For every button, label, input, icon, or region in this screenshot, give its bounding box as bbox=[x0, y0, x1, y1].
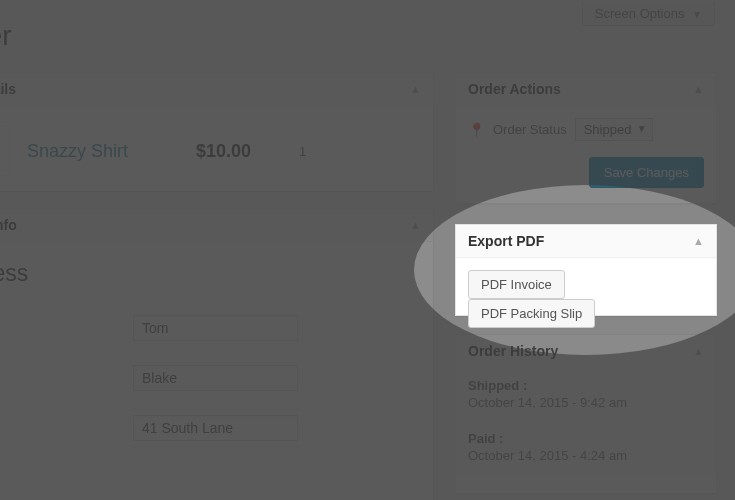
last-name-field[interactable] bbox=[133, 365, 298, 391]
order-details-title: er Details bbox=[0, 81, 16, 97]
collapse-icon: ▲ bbox=[410, 219, 421, 231]
order-actions-header[interactable]: Order Actions ▲ bbox=[456, 73, 716, 106]
customer-info-panel: omer Info ▲ ling Address t Name Name res… bbox=[0, 208, 434, 500]
collapse-icon: ▲ bbox=[693, 235, 704, 247]
screen-options-label: Screen Options bbox=[595, 6, 685, 21]
page-title: Order bbox=[0, 20, 12, 52]
pin-icon: 📍 bbox=[468, 122, 485, 138]
billing-address-heading: ling Address bbox=[0, 260, 421, 287]
pdf-invoice-button[interactable]: PDF Invoice bbox=[468, 270, 565, 299]
export-pdf-title: Export PDF bbox=[468, 233, 544, 249]
order-actions-title: Order Actions bbox=[468, 81, 561, 97]
order-status-select[interactable]: Shipped bbox=[575, 118, 653, 141]
product-thumbnail bbox=[0, 126, 9, 176]
address1-label: ress 1 bbox=[0, 420, 133, 436]
collapse-icon: ▲ bbox=[410, 83, 421, 95]
export-pdf-header[interactable]: Export PDF ▲ bbox=[456, 225, 716, 258]
history-item: Shipped : October 14, 2015 - 9:42 am bbox=[456, 368, 716, 421]
history-item-label: Shipped : bbox=[468, 378, 704, 393]
customer-info-title: omer Info bbox=[0, 217, 17, 233]
history-item-timestamp: October 14, 2015 - 4:24 am bbox=[468, 448, 704, 463]
order-details-body: Snazzy Shirt $10.00 1 bbox=[0, 106, 433, 196]
history-item-timestamp: October 14, 2015 - 9:42 am bbox=[468, 395, 704, 410]
save-changes-button[interactable]: Save Changes bbox=[589, 157, 704, 188]
chevron-down-icon: ▼ bbox=[692, 9, 702, 20]
order-history-panel: Order History ▲ Shipped : October 14, 20… bbox=[455, 334, 717, 494]
line-price: $10.00 bbox=[196, 141, 251, 162]
last-name-label: Name bbox=[0, 370, 133, 386]
order-history-title: Order History bbox=[468, 343, 558, 359]
screen-options-tab[interactable]: Screen Options ▼ bbox=[582, 2, 715, 26]
order-details-panel: er Details ▲ Snazzy Shirt $10.00 1 bbox=[0, 72, 434, 192]
export-pdf-panel: Export PDF ▲ PDF Invoice PDF Packing Sli… bbox=[455, 224, 717, 316]
history-item-label: Paid : bbox=[468, 431, 704, 446]
first-name-field[interactable] bbox=[133, 315, 298, 341]
customer-info-header[interactable]: omer Info ▲ bbox=[0, 209, 433, 242]
order-details-header[interactable]: er Details ▲ bbox=[0, 73, 433, 106]
collapse-icon: ▲ bbox=[693, 345, 704, 357]
product-link[interactable]: Snazzy Shirt bbox=[27, 141, 128, 162]
first-name-label: t Name bbox=[0, 320, 133, 336]
line-qty: 1 bbox=[299, 144, 306, 159]
pdf-packing-slip-button[interactable]: PDF Packing Slip bbox=[468, 299, 595, 328]
order-status-label: Order Status bbox=[493, 122, 567, 137]
address1-field[interactable] bbox=[133, 415, 298, 441]
customer-info-body: ling Address t Name Name ress 1 bbox=[0, 242, 433, 477]
order-actions-panel: Order Actions ▲ 📍 Order Status Shipped ▼… bbox=[455, 72, 717, 204]
history-item: Paid : October 14, 2015 - 4:24 am bbox=[456, 421, 716, 473]
collapse-icon: ▲ bbox=[693, 83, 704, 95]
